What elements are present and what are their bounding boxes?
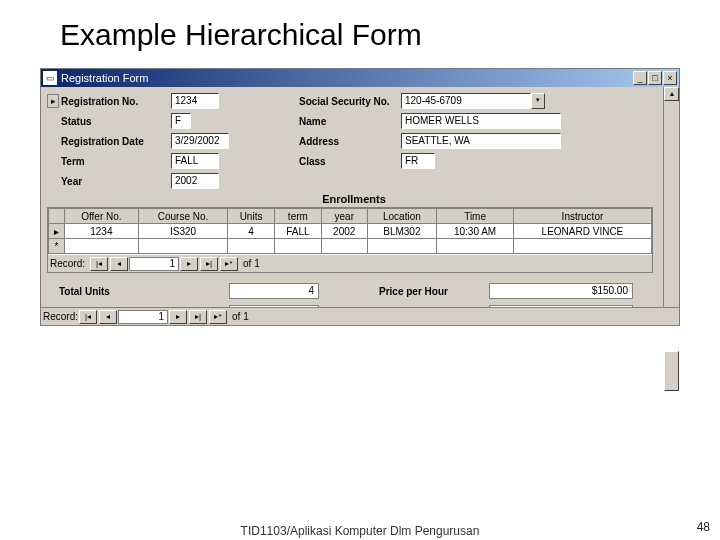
label-status: Status (61, 116, 171, 127)
label-price-per-hour: Price per Hour (379, 286, 489, 297)
nav-new-button[interactable]: ▸* (220, 257, 238, 271)
reg-date-field[interactable]: 3/29/2002 (171, 133, 229, 149)
cell-instructor[interactable]: LEONARD VINCE (513, 224, 651, 239)
enrollments-grid: Offer No. Course No. Units term year Loc… (48, 208, 652, 254)
class-field[interactable]: FR (401, 153, 435, 169)
window-scrollbar-vertical[interactable]: ▴ (663, 87, 679, 307)
cell-year[interactable]: 2002 (321, 224, 367, 239)
col-location[interactable]: Location (367, 209, 437, 224)
nav-last-button-outer[interactable]: ▸| (189, 310, 207, 324)
record-position[interactable]: 1 (129, 257, 179, 271)
label-total-units: Total Units (59, 286, 229, 297)
enrollments-heading: Enrollments (47, 193, 661, 205)
cell-location[interactable]: BLM302 (367, 224, 437, 239)
new-record-icon[interactable]: * (49, 239, 65, 254)
subform-record-nav: Record: |◂ ◂ 1 ▸ ▸| ▸* of 1 (48, 254, 652, 272)
slide-footer: TID1103/Aplikasi Komputer Dlm Pengurusan (241, 524, 480, 538)
form-body: ▸ Registration No. 1234 Social Security … (41, 87, 679, 321)
name-field[interactable]: HOMER WELLS (401, 113, 561, 129)
record-position-outer[interactable]: 1 (118, 310, 168, 324)
col-units[interactable]: Units (228, 209, 274, 224)
app-window: ▭ Registration Form _ □ × ▸ Registration… (40, 68, 680, 326)
cell-term[interactable]: FALL (274, 224, 321, 239)
table-row-new[interactable]: * (49, 239, 652, 254)
scroll-up-icon[interactable]: ▴ (664, 87, 679, 101)
cell-offer[interactable]: 1234 (65, 224, 139, 239)
record-of-outer: of 1 (232, 311, 249, 322)
label-address: Address (291, 136, 401, 147)
slide-page-number: 48 (697, 520, 710, 534)
window-title: Registration Form (61, 72, 633, 84)
label-reg-date: Registration Date (61, 136, 171, 147)
row-selector[interactable]: ▸ (49, 224, 65, 239)
nav-next-button-outer[interactable]: ▸ (169, 310, 187, 324)
enrollments-subform: Offer No. Course No. Units term year Loc… (47, 207, 653, 273)
cell-units[interactable]: 4 (228, 224, 274, 239)
col-term[interactable]: term (274, 209, 321, 224)
address-field[interactable]: SEATTLE, WA (401, 133, 561, 149)
col-offer[interactable]: Offer No. (65, 209, 139, 224)
close-button[interactable]: × (663, 71, 677, 85)
nav-last-button[interactable]: ▸| (200, 257, 218, 271)
label-reg-no: Registration No. (61, 96, 171, 107)
nav-new-button-outer[interactable]: ▸* (209, 310, 227, 324)
nav-first-button-outer[interactable]: |◂ (79, 310, 97, 324)
label-ssn: Social Security No. (291, 96, 401, 107)
col-course[interactable]: Course No. (138, 209, 228, 224)
year-field[interactable]: 2002 (171, 173, 219, 189)
status-field[interactable]: F (171, 113, 191, 129)
label-class: Class (291, 156, 401, 167)
scroll-thumb[interactable] (664, 351, 679, 391)
record-of: of 1 (243, 258, 260, 269)
ssn-field[interactable]: 120-45-6709 (401, 93, 531, 109)
col-time[interactable]: Time (437, 209, 514, 224)
form-icon: ▭ (43, 71, 57, 85)
label-name: Name (291, 116, 401, 127)
main-record-nav: Record: |◂ ◂ 1 ▸ ▸| ▸* of 1 (41, 307, 679, 325)
slide-title: Example Hierarchical Form (0, 0, 720, 68)
table-row[interactable]: ▸ 1234 IS320 4 FALL 2002 BLM302 10:30 AM… (49, 224, 652, 239)
record-label-outer: Record: (43, 311, 78, 322)
term-field[interactable]: FALL (171, 153, 219, 169)
price-per-hour-field: $150.00 (489, 283, 633, 299)
cell-course[interactable]: IS320 (138, 224, 228, 239)
label-year: Year (61, 176, 171, 187)
cell-time[interactable]: 10:30 AM (437, 224, 514, 239)
nav-prev-button[interactable]: ◂ (110, 257, 128, 271)
reg-no-field[interactable]: 1234 (171, 93, 219, 109)
titlebar: ▭ Registration Form _ □ × (41, 69, 679, 87)
maximize-button[interactable]: □ (648, 71, 662, 85)
record-selector[interactable]: ▸ (47, 94, 59, 108)
col-year[interactable]: year (321, 209, 367, 224)
nav-first-button[interactable]: |◂ (90, 257, 108, 271)
col-instructor[interactable]: Instructor (513, 209, 651, 224)
nav-prev-button-outer[interactable]: ◂ (99, 310, 117, 324)
total-units-field: 4 (229, 283, 319, 299)
label-term: Term (61, 156, 171, 167)
record-label: Record: (50, 258, 85, 269)
minimize-button[interactable]: _ (633, 71, 647, 85)
nav-next-button[interactable]: ▸ (180, 257, 198, 271)
ssn-dropdown-button[interactable]: ▾ (531, 93, 545, 109)
